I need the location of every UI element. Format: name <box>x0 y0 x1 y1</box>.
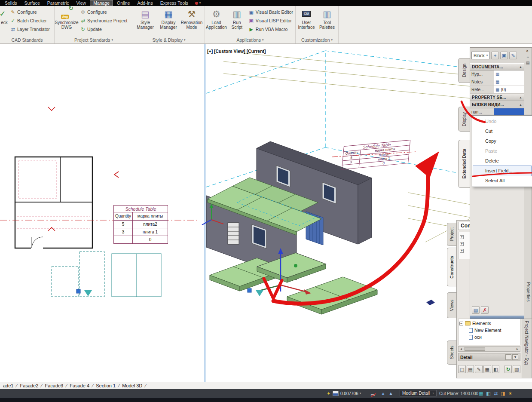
plan-slab-outlines[interactable] <box>52 252 161 297</box>
layout-tab-fasade4[interactable]: Fasade 4 <box>67 383 92 388</box>
grip-triangle[interactable] <box>84 290 92 296</box>
section-property-sets[interactable]: PROPERTY SE...▲ <box>470 94 524 101</box>
standards-check-button[interactable]: ✓ eck <box>1 7 8 37</box>
grip-square-3d[interactable] <box>248 288 251 292</box>
pn-preview-button[interactable]: ▧ <box>513 365 520 373</box>
user-interface-button[interactable]: CUIUser Interface <box>297 7 316 37</box>
layout-tab-model3d[interactable]: Model 3D <box>120 383 144 388</box>
viewport-label[interactable]: [+] [Custom View] [Current] <box>207 49 266 54</box>
quick-select-icon[interactable]: ✎ <box>509 52 517 59</box>
tab-online[interactable]: Online <box>113 0 133 6</box>
ribbon-options-button[interactable]: ▾ <box>192 0 204 6</box>
run-script-button[interactable]: ▥Run Script <box>228 7 246 37</box>
schedule-table[interactable]: Schedule Table Quantity марка плиты 5 пл… <box>113 205 168 244</box>
pn-edit-button[interactable]: ✎ <box>475 365 483 373</box>
tree-item-new-element[interactable]: New Element <box>459 327 519 334</box>
menu-item-paste[interactable]: Paste <box>472 146 532 156</box>
pn-horizontal-scrollbar[interactable]: ◂ ▸ <box>458 346 520 352</box>
renovation-mode-button[interactable]: ⚒Renovation Mode <box>180 7 203 37</box>
tree-item-elements[interactable]: −Elements <box>459 320 519 327</box>
pn-views-button[interactable]: ◧ <box>492 365 500 373</box>
pn-new-element-button[interactable]: ▢ <box>458 365 466 373</box>
drawing-status-icon[interactable] <box>333 391 339 396</box>
pn-add-category-button[interactable]: ▤ <box>467 365 474 373</box>
style-manager-button[interactable]: ▤Style Manager <box>134 7 156 37</box>
detail-menu-button[interactable]: ▾ <box>512 354 518 360</box>
table-icon[interactable]: ▦ <box>495 72 499 77</box>
close-icon[interactable]: × <box>526 49 529 53</box>
menu-item-select-all[interactable]: Select All <box>472 176 532 186</box>
applications-panel-label[interactable]: Applications▾ <box>205 37 295 43</box>
menu-item-copy[interactable]: Copy <box>472 136 532 146</box>
property-row-hyperlink[interactable]: Hyp... ▦ <box>470 71 524 78</box>
detail-level-dropdown[interactable]: Medium Detail▾ <box>400 390 437 396</box>
section-documentation[interactable]: DOCUMENTA...▲ <box>470 63 524 71</box>
tab-parametric[interactable]: Parametric <box>44 0 73 6</box>
drafting-tooltip-icon[interactable]: ✦ <box>325 390 332 396</box>
grip-triangle-3d[interactable] <box>256 290 263 296</box>
pn-tab-views[interactable]: Views <box>447 292 456 318</box>
annotation-autoscale-icon[interactable]: ▲ <box>388 390 394 396</box>
properties-tab-design[interactable]: Design <box>458 58 470 83</box>
detail-collapse-button[interactable] <box>505 354 511 360</box>
floor-plan[interactable] <box>15 157 92 249</box>
menu-item-undo[interactable]: Undo <box>472 117 532 126</box>
sun-icon[interactable]: ☀ <box>507 390 514 396</box>
visual-lisp-editor-button[interactable]: ▣Visual LISP Editor <box>247 16 294 25</box>
pn-tab-constructs[interactable]: Constructs <box>447 248 456 286</box>
menu-item-insert-field[interactable]: Insert Field... <box>473 166 531 176</box>
batch-checker-button[interactable]: ✓Batch Checker <box>9 16 51 25</box>
coordinate-display[interactable]: 0.007706▾ <box>340 389 361 398</box>
layer-translator-button[interactable]: ⇄Layer Translator <box>9 25 51 34</box>
reference-docs-icon[interactable]: ▦ <box>495 87 499 92</box>
tree-collapse-icon[interactable]: − <box>459 322 463 325</box>
collapse-icon[interactable]: ▲ <box>519 103 522 106</box>
customization-panel-label[interactable]: Customization▾ <box>296 37 338 43</box>
pn-refresh-project-button[interactable]: ↻ <box>504 365 512 373</box>
tab-surface[interactable]: Surface <box>21 0 43 6</box>
properties-tab-display[interactable]: Display <box>458 107 470 132</box>
scroll-right-icon[interactable]: ▸ <box>515 347 520 351</box>
tool-palettes-button[interactable]: ▥Tool Palettes <box>317 7 337 37</box>
property-row-notes[interactable]: Notes ▦ <box>470 78 524 86</box>
property-row-reference[interactable]: Refe... ▦(0) <box>470 86 524 94</box>
pn-table-button[interactable]: ▦ <box>483 365 491 373</box>
configure-project-standards-button[interactable]: ⚙Configure <box>79 8 128 16</box>
project-sync-icon[interactable]: ⇄ <box>492 390 499 396</box>
notes-icon[interactable]: ▦ <box>495 80 499 84</box>
style-display-panel-label[interactable]: Style & Display▾ <box>133 37 205 43</box>
tab-add-ins[interactable]: Add-Ins <box>134 0 156 6</box>
autohide-icon[interactable]: ⇔ <box>526 55 530 59</box>
cut-plane-display[interactable]: Cut Plane: 1400.000 <box>439 389 478 398</box>
synchronize-dwg-button[interactable]: dwg↻ Synchronize DWG <box>55 7 78 37</box>
pn-elements-tree[interactable]: −Elements New Element оси <box>458 319 520 345</box>
load-application-button[interactable]: ⚙Load Application <box>206 7 227 37</box>
pickadd-toggle-icon[interactable]: + <box>491 52 499 59</box>
layout-tab-fasade1[interactable]: ade1 <box>1 383 15 388</box>
update-button[interactable]: ↻Update <box>79 25 128 34</box>
menu-item-cut[interactable]: Cut <box>472 126 532 136</box>
pn-tab-sheets[interactable]: Sheets <box>447 341 456 365</box>
isolate-objects-icon[interactable]: ◨ <box>500 390 506 396</box>
synchronize-project-button[interactable]: ⇄Synchronize Project <box>79 16 128 25</box>
property-set-remove-button[interactable]: ✗ <box>481 306 489 314</box>
palette-menu-icon[interactable]: ▤ <box>526 61 530 65</box>
collapse-icon[interactable]: ▲ <box>519 65 522 68</box>
run-vba-macro-button[interactable]: ▶Run VBA Macro <box>247 25 294 34</box>
ground-slabs[interactable] <box>210 253 377 314</box>
select-objects-icon[interactable]: ▣ <box>500 52 508 59</box>
block-selector-dropdown[interactable]: Block▾ <box>471 52 490 59</box>
visual-basic-editor-button[interactable]: ▣Visual Basic Editor <box>247 8 294 16</box>
tab-view[interactable]: View <box>73 0 90 6</box>
properties-tab-extended-data[interactable]: Extended Data <box>458 140 470 188</box>
tree-item-osi[interactable]: оси <box>459 334 519 341</box>
grip-square[interactable] <box>76 289 80 293</box>
property-group-blocks[interactable]: БЛОКИ ВИДИ...▲ <box>470 101 524 108</box>
layer-key-icon[interactable]: ◧ <box>485 390 492 396</box>
selected-value-field[interactable] <box>494 108 524 116</box>
display-manager-button[interactable]: ▦Display Manager <box>157 7 180 37</box>
display-config-icon[interactable]: ▦ <box>478 390 484 396</box>
project-standards-panel-label[interactable]: Project Standards▾ <box>55 37 133 43</box>
annotation-visibility-icon[interactable]: ▲ <box>380 390 386 396</box>
grip-dot[interactable] <box>294 264 297 267</box>
